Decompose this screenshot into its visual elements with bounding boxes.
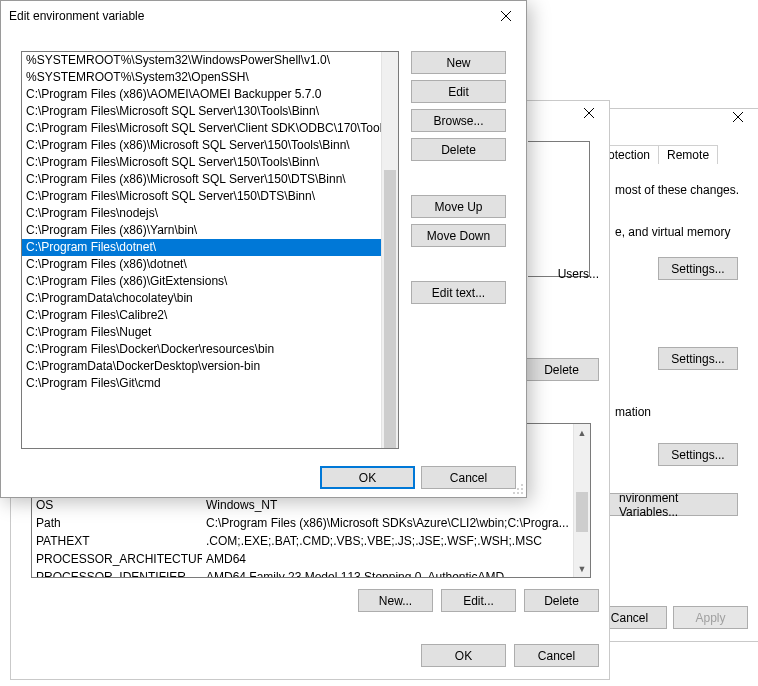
edit-text-button[interactable]: Edit text... xyxy=(411,281,506,304)
path-list-item[interactable]: C:\Program Files (x86)\dotnet\ xyxy=(22,256,390,273)
system-var-name: PROCESSOR_IDENTIFIER xyxy=(32,568,202,578)
path-list-item[interactable]: C:\Program Files (x86)\Microsoft SQL Ser… xyxy=(22,137,390,154)
move-down-button[interactable]: Move Down xyxy=(411,224,506,247)
path-list-item[interactable]: C:\Program Files\Microsoft SQL Server\15… xyxy=(22,154,390,171)
path-list-item[interactable]: C:\Program Files\nodejs\ xyxy=(22,205,390,222)
path-list-item[interactable]: C:\Program Files\Nuget xyxy=(22,324,390,341)
user-vars-row-fragment: Users... xyxy=(558,267,599,281)
path-list-item[interactable]: C:\ProgramData\chocolatey\bin xyxy=(22,290,390,307)
edit-dialog-footer: OK Cancel xyxy=(320,466,516,489)
path-list-item[interactable]: %SYSTEMROOT%\System32\OpenSSH\ xyxy=(22,69,390,86)
svg-point-8 xyxy=(521,488,523,490)
system-var-value: .COM;.EXE;.BAT;.CMD;.VBS;.VBE;.JS;.JSE;.… xyxy=(202,532,573,550)
system-vars-row[interactable]: PathC:\Program Files (x86)\Microsoft SDK… xyxy=(32,514,573,532)
dialog-title: Edit environment variable xyxy=(9,9,486,23)
system-vars-row[interactable]: PATHEXT.COM;.EXE;.BAT;.CMD;.VBS;.VBE;.JS… xyxy=(32,532,573,550)
system-var-name: OS xyxy=(32,496,202,514)
svg-point-10 xyxy=(517,488,519,490)
system-var-value: Windows_NT xyxy=(202,496,573,514)
edit-environment-variable-dialog: Edit environment variable %SYSTEMROOT%\S… xyxy=(0,0,527,498)
path-list-item[interactable]: C:\Program Files (x86)\Microsoft SQL Ser… xyxy=(22,171,390,188)
path-values-list[interactable]: %SYSTEMROOT%\System32\WindowsPowerShell\… xyxy=(21,51,399,449)
performance-settings-button[interactable]: Settings... xyxy=(658,257,738,280)
scroll-up-icon[interactable]: ▲ xyxy=(574,424,590,441)
envvars-ok-button[interactable]: OK xyxy=(421,644,506,667)
sysprops-apply-button: Apply xyxy=(673,606,748,629)
path-list-item[interactable]: %SYSTEMROOT%\System32\WindowsPowerShell\… xyxy=(22,52,390,69)
path-list-item[interactable]: C:\Program Files\Microsoft SQL Server\Cl… xyxy=(22,120,390,137)
scroll-down-icon[interactable]: ▼ xyxy=(574,560,590,577)
cancel-button[interactable]: Cancel xyxy=(421,466,516,489)
ok-button[interactable]: OK xyxy=(320,466,415,489)
system-var-value: AMD64 Family 23 Model 113 Stepping 0, Au… xyxy=(202,568,573,578)
user-vars-delete-button[interactable]: Delete xyxy=(524,358,599,381)
system-var-value: AMD64 xyxy=(202,550,573,568)
svg-point-6 xyxy=(521,492,523,494)
sysprops-text-changes: most of these changes. xyxy=(615,183,739,197)
path-list-item[interactable]: C:\Program Files\Docker\Docker\resources… xyxy=(22,341,390,358)
envvars-footer: OK Cancel xyxy=(421,644,599,667)
system-vars-delete-button[interactable]: Delete xyxy=(524,589,599,612)
system-vars-button-row: New... Edit... Delete xyxy=(358,589,599,612)
path-list-item[interactable]: C:\Program Files\Git\cmd xyxy=(22,375,390,392)
scrollbar-thumb[interactable] xyxy=(576,492,588,532)
path-list-item[interactable]: C:\Program Files (x86)\AOMEI\AOMEI Backu… xyxy=(22,86,390,103)
envvars-cancel-button[interactable]: Cancel xyxy=(514,644,599,667)
path-list-item[interactable]: C:\Program Files (x86)\GitExtensions\ xyxy=(22,273,390,290)
system-vars-new-button[interactable]: New... xyxy=(358,589,433,612)
path-list-item[interactable]: C:\ProgramData\DockerDesktop\version-bin xyxy=(22,358,390,375)
scrollbar[interactable] xyxy=(381,52,398,448)
system-var-name: PROCESSOR_ARCHITECTURE xyxy=(32,550,202,568)
path-list-item[interactable]: C:\Program Files\Microsoft SQL Server\15… xyxy=(22,188,390,205)
system-vars-row[interactable]: PROCESSOR_IDENTIFIERAMD64 Family 23 Mode… xyxy=(32,568,573,578)
user-vars-button-row: Delete xyxy=(524,358,599,381)
user-profiles-settings-button[interactable]: Settings... xyxy=(658,347,738,370)
close-icon[interactable] xyxy=(486,2,526,30)
resize-grip-icon[interactable] xyxy=(512,483,524,495)
svg-point-11 xyxy=(521,484,523,486)
tab-remote[interactable]: Remote xyxy=(658,145,718,164)
sysprops-tabs: otection Remote xyxy=(599,145,717,164)
system-vars-row[interactable]: PROCESSOR_ARCHITECTUREAMD64 xyxy=(32,550,573,568)
system-vars-edit-button[interactable]: Edit... xyxy=(441,589,516,612)
scrollbar[interactable]: ▲ ▼ xyxy=(573,424,590,577)
edit-dialog-side-buttons: New Edit Browse... Delete Move Up Move D… xyxy=(411,51,506,304)
system-vars-row[interactable]: OSWindows_NT xyxy=(32,496,573,514)
sysprops-text-virtual-memory: e, and virtual memory xyxy=(615,225,730,239)
system-var-name: PATHEXT xyxy=(32,532,202,550)
environment-variables-button[interactable]: nvironment Variables... xyxy=(608,493,738,516)
delete-button[interactable]: Delete xyxy=(411,138,506,161)
svg-point-7 xyxy=(517,492,519,494)
path-list-item[interactable]: C:\Program Files\dotnet\ xyxy=(22,239,390,256)
svg-point-9 xyxy=(513,492,515,494)
browse-button[interactable]: Browse... xyxy=(411,109,506,132)
close-icon[interactable] xyxy=(569,99,609,127)
scrollbar-thumb[interactable] xyxy=(384,170,396,448)
path-list-item[interactable]: C:\Program Files\Microsoft SQL Server\13… xyxy=(22,103,390,120)
edit-button[interactable]: Edit xyxy=(411,80,506,103)
system-var-name: Path xyxy=(32,514,202,532)
titlebar: Edit environment variable xyxy=(1,1,526,31)
user-vars-list-fragment xyxy=(528,141,590,277)
system-properties-dialog: otection Remote most of these changes. e… xyxy=(608,108,758,642)
sysprops-text-startup: mation xyxy=(615,405,651,419)
path-list-item[interactable]: C:\Program Files\Calibre2\ xyxy=(22,307,390,324)
close-icon[interactable] xyxy=(718,103,758,131)
system-var-value: C:\Program Files (x86)\Microsoft SDKs\Az… xyxy=(202,514,573,532)
path-list-item[interactable]: C:\Program Files (x86)\Yarn\bin\ xyxy=(22,222,390,239)
move-up-button[interactable]: Move Up xyxy=(411,195,506,218)
new-button[interactable]: New xyxy=(411,51,506,74)
startup-settings-button[interactable]: Settings... xyxy=(658,443,738,466)
